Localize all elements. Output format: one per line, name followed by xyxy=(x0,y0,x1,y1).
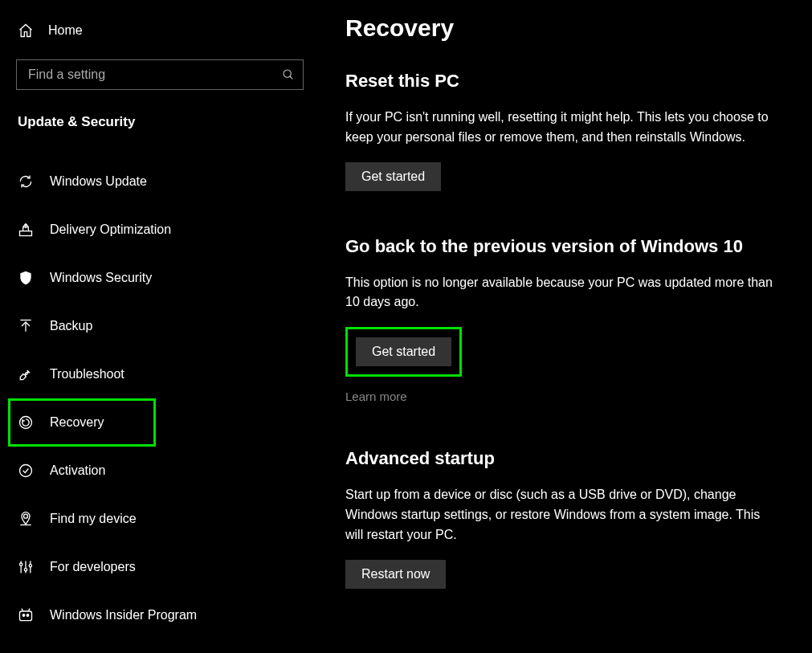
home-label: Home xyxy=(48,23,83,38)
nav-item-label: Backup xyxy=(50,319,92,333)
category-heading: Update & Security xyxy=(0,90,320,135)
shield-icon xyxy=(18,270,34,286)
sidebar: Home Update & Security xyxy=(0,0,320,653)
location-icon xyxy=(18,511,34,527)
restart-now-button[interactable]: Restart now xyxy=(345,560,446,589)
nav-item-label: Find my device xyxy=(50,512,137,526)
goback-button-highlight: Get started xyxy=(345,327,462,377)
recovery-icon xyxy=(18,414,34,431)
sliders-icon xyxy=(18,559,34,575)
home-icon xyxy=(18,22,34,39)
svg-point-17 xyxy=(27,614,29,617)
goback-description: This option is no longer available becau… xyxy=(345,273,779,313)
svg-point-16 xyxy=(22,614,25,617)
main-content: Recovery Reset this PC If your PC isn't … xyxy=(320,0,812,653)
svg-point-7 xyxy=(24,514,28,518)
nav-item-label: For developers xyxy=(50,560,136,574)
search-box[interactable] xyxy=(16,59,304,90)
goback-heading: Go back to the previous version of Windo… xyxy=(345,236,790,257)
search-icon xyxy=(282,68,295,81)
nav-item-troubleshoot[interactable]: Troubleshoot xyxy=(0,350,320,398)
goback-get-started-button[interactable]: Get started xyxy=(356,337,451,366)
nav-item-delivery-optimization[interactable]: Delivery Optimization xyxy=(0,206,320,254)
nav-item-label: Troubleshoot xyxy=(50,367,124,382)
nav-item-label: Windows Update xyxy=(50,174,147,189)
reset-description: If your PC isn't running well, resetting… xyxy=(345,108,779,148)
insider-icon xyxy=(18,607,34,623)
nav-item-label: Delivery Optimization xyxy=(50,222,171,237)
svg-point-6 xyxy=(20,465,32,477)
nav-list: Windows Update Delivery Optimization xyxy=(0,157,320,639)
nav-item-label: Windows Insider Program xyxy=(50,608,197,622)
nav-item-windows-update[interactable]: Windows Update xyxy=(0,157,320,206)
svg-point-13 xyxy=(24,569,27,571)
advanced-description: Start up from a device or disc (such as … xyxy=(345,485,779,545)
sync-icon xyxy=(18,173,34,190)
nav-item-label: Recovery xyxy=(50,415,104,430)
home-button[interactable]: Home xyxy=(0,16,320,45)
page-title: Recovery xyxy=(345,14,790,42)
svg-rect-15 xyxy=(20,611,32,621)
nav-item-windows-insider[interactable]: Windows Insider Program xyxy=(0,591,320,639)
nav-item-windows-security[interactable]: Windows Security xyxy=(0,254,320,302)
wrench-icon xyxy=(18,366,34,382)
nav-item-find-my-device[interactable]: Find my device xyxy=(0,495,320,543)
svg-rect-2 xyxy=(20,231,32,236)
nav-item-activation[interactable]: Activation xyxy=(0,447,320,495)
learn-more-link[interactable]: Learn more xyxy=(345,390,407,403)
nav-item-for-developers[interactable]: For developers xyxy=(0,543,320,591)
svg-point-0 xyxy=(284,70,291,77)
check-circle-icon xyxy=(18,463,34,479)
svg-point-14 xyxy=(29,565,31,567)
delivery-icon xyxy=(18,222,34,238)
nav-item-label: Windows Security xyxy=(50,271,152,285)
nav-item-backup[interactable]: Backup xyxy=(0,302,320,350)
nav-item-recovery[interactable]: Recovery xyxy=(0,398,320,447)
reset-get-started-button[interactable]: Get started xyxy=(345,162,441,191)
nav-item-label: Activation xyxy=(50,463,105,478)
backup-icon xyxy=(18,318,34,334)
reset-heading: Reset this PC xyxy=(345,71,790,92)
svg-line-1 xyxy=(290,76,292,79)
advanced-heading: Advanced startup xyxy=(345,448,790,469)
search-input[interactable] xyxy=(28,67,282,82)
section-reset-this-pc: Reset this PC If your PC isn't running w… xyxy=(345,71,790,191)
section-go-back: Go back to the previous version of Windo… xyxy=(345,236,790,404)
svg-point-5 xyxy=(20,417,32,429)
section-advanced-startup: Advanced startup Start up from a device … xyxy=(345,448,790,588)
svg-point-12 xyxy=(20,563,22,565)
